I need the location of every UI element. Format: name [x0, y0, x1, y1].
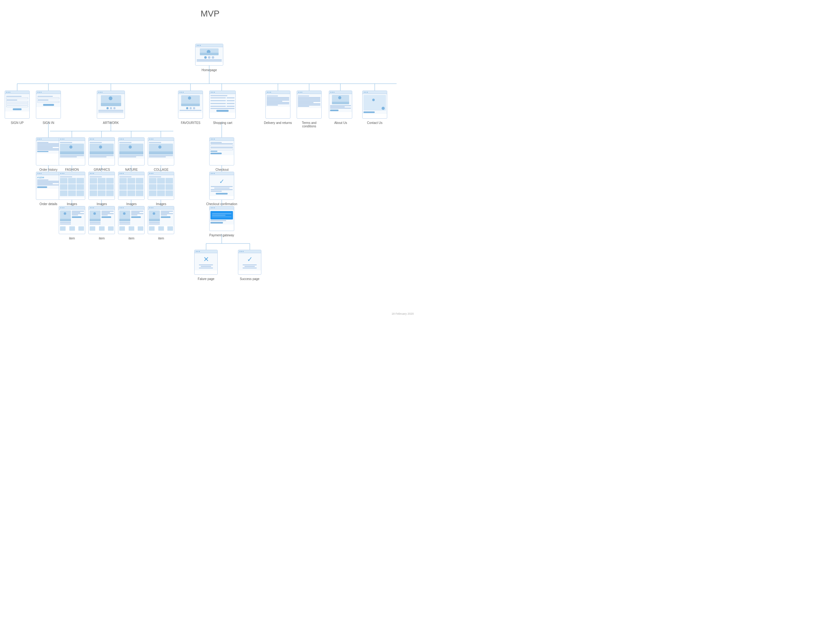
artwork-label: ARTWORK: [97, 121, 125, 125]
images-nature-label: Images: [117, 202, 146, 206]
images-graphics-label: Images: [88, 202, 116, 206]
graphics-label: GRAPHICS: [88, 168, 116, 172]
homepage-card: [195, 44, 223, 66]
artwork-card: [97, 90, 125, 119]
terms-label: Terms and conditions: [295, 121, 324, 128]
shopping-cart-label: Shopping cart: [209, 121, 237, 125]
item-fashion-card: [59, 206, 85, 234]
item-nature-label: item: [117, 237, 146, 240]
images-fashion-card: [59, 172, 85, 200]
collage-label: COLLAGE: [147, 168, 175, 172]
about-label: About Us: [328, 121, 354, 125]
delivery-card: [265, 90, 291, 119]
order-details-card: #1234: [36, 172, 61, 200]
terms-card: [297, 90, 322, 119]
signup-card: [5, 90, 30, 119]
payment-gateway-card: [209, 206, 234, 231]
failure-page-label: Falure page: [192, 277, 220, 281]
delivery-label: Delivery and returns: [264, 121, 292, 125]
checkout-confirm-card: ✓: [209, 172, 234, 200]
item-collage-label: item: [147, 237, 175, 240]
payment-gateway-label: Payment gateway: [206, 233, 237, 237]
images-collage-card: [148, 172, 174, 200]
images-fashion-label: Images: [59, 202, 85, 206]
about-card: [329, 90, 352, 119]
graphics-card: [88, 137, 115, 166]
failure-page-card: ✕: [194, 250, 218, 275]
success-page-label: Success page: [236, 277, 263, 281]
date-label: 18 February 2020: [391, 312, 414, 315]
images-graphics-card: [88, 172, 115, 200]
diagram-area: line, path { stroke: #7fb5e0; stroke-wid…: [0, 25, 420, 318]
item-graphics-card: [88, 206, 115, 234]
signup-label: SIGN UP: [5, 121, 30, 125]
fashion-card: [59, 137, 85, 166]
signin-label: SIGN IN: [36, 121, 61, 125]
contact-card: [362, 90, 387, 119]
images-nature-card: [118, 172, 145, 200]
nature-card: [118, 137, 145, 166]
collage-card: [148, 137, 174, 166]
checkout-card: [209, 137, 234, 166]
images-collage-label: Images: [147, 202, 175, 206]
checkout-confirm-label: Checkout confirmation: [206, 202, 237, 206]
item-nature-card: [118, 206, 145, 234]
contact-label: Contact Us: [361, 121, 388, 125]
page-title: MVP: [0, 0, 420, 19]
success-page-card: ✓: [238, 250, 261, 275]
favourites-card: [178, 90, 203, 119]
shopping-cart-card: [209, 90, 236, 119]
checkout-label: Checkout: [208, 168, 236, 172]
fashion-label: FASHION: [59, 168, 85, 172]
item-collage-card: [148, 206, 174, 234]
homepage-label: Homepage: [195, 68, 223, 72]
order-history-card: [36, 137, 61, 166]
order-details-label: Order details: [35, 202, 62, 206]
item-graphics-label: item: [88, 237, 116, 240]
signin-card: [36, 90, 61, 119]
item-fashion-label: item: [59, 237, 85, 240]
nature-label: NATURE: [117, 168, 146, 172]
order-history-label: Order history: [35, 168, 62, 172]
favourites-label: FAVOURITES: [178, 121, 204, 125]
